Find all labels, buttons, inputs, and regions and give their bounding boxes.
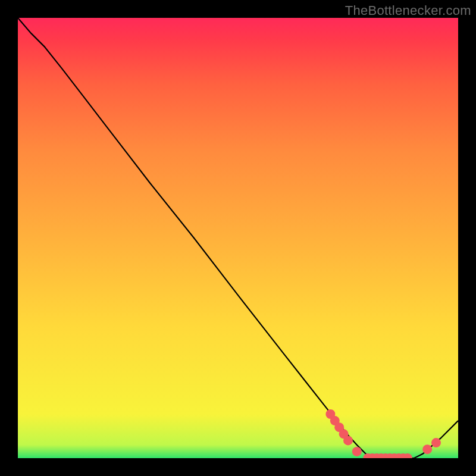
data-marker xyxy=(431,438,441,447)
chart-wrapper: TheBottlenecker.com xyxy=(0,0,476,476)
data-marker xyxy=(343,436,353,445)
chart-plot xyxy=(18,18,458,458)
source-attribution: TheBottlenecker.com xyxy=(345,3,471,18)
gradient-bg xyxy=(18,18,458,458)
data-marker xyxy=(422,444,432,454)
data-marker xyxy=(352,447,362,456)
